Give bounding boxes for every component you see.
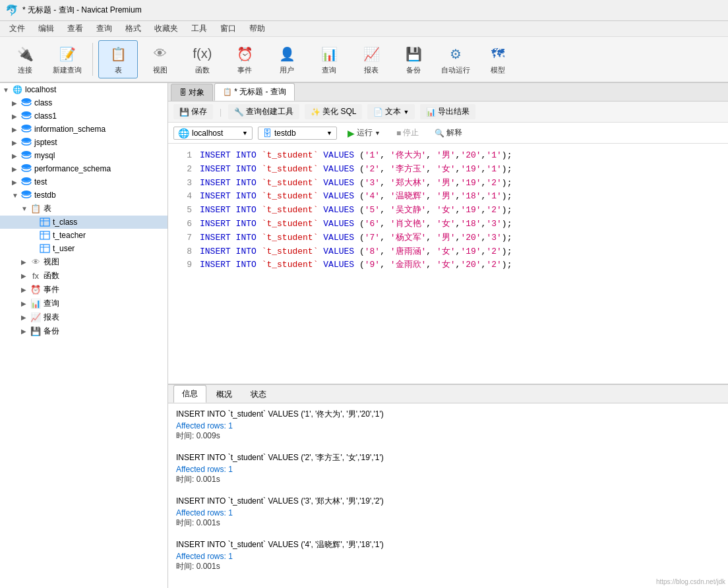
group-icon-queries-group: 📊 — [30, 299, 41, 309]
toolbar-btn-connect[interactable]: 🔌连接 — [5, 40, 45, 78]
bottom-tab-状态[interactable]: 状态 — [242, 386, 275, 403]
sidebar-item-class[interactable]: ▶class — [0, 96, 167, 109]
menu-item-格式[interactable]: 格式 — [119, 22, 148, 36]
sidebar-label-queries-group: 查询 — [44, 298, 59, 309]
host-value: localhost — [192, 129, 223, 138]
line-num-7: 7 — [173, 231, 192, 245]
host-selector[interactable]: 🌐 localhost ▼ — [173, 127, 253, 140]
sql-editor[interactable]: 1INSERT INTO `t_student` VALUES ('1', '佟… — [168, 144, 728, 384]
window-title: * 无标题 - 查询 - Navicat Premium — [22, 5, 142, 16]
toolbar-btn-user[interactable]: 👤用户 — [267, 40, 307, 78]
sidebar-item-test[interactable]: ▶test — [0, 175, 167, 189]
toolbar-btn-model[interactable]: 🗺模型 — [478, 40, 518, 78]
beautify-icon: ✨ — [311, 107, 320, 117]
sidebar-item-testdb[interactable]: ▼testdb — [0, 189, 167, 202]
export-button[interactable]: 📊 导出结果 — [420, 104, 475, 119]
result-sql-0: INSERT INTO `t_student` VALUES ('1', '佟大… — [176, 409, 720, 420]
table-icon-t_user — [40, 243, 50, 254]
group-icon-reports-group: 📈 — [30, 312, 41, 323]
sidebar-label-t_class: t_class — [53, 218, 77, 227]
toolbar-label-query: 查询 — [322, 65, 336, 75]
chevron-testdb: ▼ — [12, 192, 20, 199]
sidebar-label-reports-group: 报表 — [44, 312, 59, 323]
toolbar-btn-backup[interactable]: 💾备份 — [394, 40, 433, 78]
menu-bar: 文件编辑查看查询格式收藏夹工具窗口帮助 — [0, 21, 728, 37]
stop-button[interactable]: ■ 停止 — [391, 126, 424, 140]
sidebar-item-views-group[interactable]: ▶👁视图 — [0, 255, 167, 269]
sidebar-item-class1[interactable]: ▶class1 — [0, 109, 167, 123]
toolbar-btn-table[interactable]: 📋表 — [98, 40, 138, 78]
toolbar-btn-function[interactable]: f(x)函数 — [183, 40, 222, 78]
sidebar-item-information_schema[interactable]: ▶information_schema — [0, 123, 167, 136]
explain-button[interactable]: 🔍 解释 — [429, 126, 468, 140]
menu-item-窗口[interactable]: 窗口 — [214, 22, 243, 36]
chevron-class1: ▶ — [12, 113, 20, 120]
beautify-button[interactable]: ✨ 美化 SQL — [305, 104, 362, 119]
sidebar-label-views-group: 视图 — [44, 256, 59, 268]
tab-object[interactable]: 🗄 对象 — [171, 84, 213, 101]
tab-query[interactable]: 📋 * 无标题 - 查询 — [214, 83, 295, 101]
auto-run-icon: ⚙ — [445, 44, 466, 64]
toolbar-label-event: 事件 — [237, 65, 252, 75]
sidebar-item-reports-group[interactable]: ▶📈报表 — [0, 310, 167, 324]
sidebar-item-mysql[interactable]: ▶mysql — [0, 149, 167, 162]
bottom-tabs: 信息概况状态 — [168, 385, 728, 403]
sidebar-item-t_class[interactable]: t_class — [0, 216, 167, 229]
report-icon: 📈 — [361, 44, 382, 64]
tab-label-object: 对象 — [189, 88, 204, 97]
result-affected-2: Affected rows: 1 — [176, 508, 720, 517]
text-button[interactable]: 📄 文本 ▼ — [367, 104, 415, 119]
bottom-tab-概况[interactable]: 概况 — [208, 386, 241, 403]
db-selector[interactable]: 🗄 testdb ▼ — [258, 127, 337, 140]
sidebar-item-t_teacher[interactable]: t_teacher — [0, 229, 167, 242]
sidebar-item-queries-group[interactable]: ▶📊查询 — [0, 297, 167, 310]
sidebar-item-functions-group[interactable]: ▶fx函数 — [0, 269, 167, 283]
sidebar-label-mysql: mysql — [34, 151, 55, 160]
toolbar-btn-new-query[interactable]: 📝新建查询 — [47, 40, 87, 78]
sql-code-2: INSERT INTO `t_student` VALUES ('2', '李方… — [200, 163, 723, 177]
menu-item-编辑[interactable]: 编辑 — [32, 22, 61, 36]
menu-item-收藏夹[interactable]: 收藏夹 — [148, 22, 185, 36]
host-icon: 🌐 — [178, 128, 189, 138]
svg-rect-11 — [40, 231, 49, 239]
query-builder-button[interactable]: 🔧 查询创建工具 — [228, 104, 299, 119]
svg-point-7 — [22, 191, 31, 194]
action-bar: 💾 保存 | 🔧 查询创建工具 ✨ 美化 SQL 📄 文本 ▼ 📊 导出结果 — [168, 102, 728, 123]
toolbar-btn-query[interactable]: 📊查询 — [309, 40, 349, 78]
db-icon: 🗄 — [262, 128, 272, 138]
explain-icon: 🔍 — [435, 129, 444, 138]
toolbar-btn-report[interactable]: 📈报表 — [351, 40, 391, 78]
db-icon-information_schema — [21, 124, 32, 134]
sidebar-item-events-group[interactable]: ▶⏰事件 — [0, 283, 167, 297]
sql-line-2: 2INSERT INTO `t_student` VALUES ('2', '李… — [173, 163, 723, 177]
sidebar-item-performance_schema[interactable]: ▶performance_schema — [0, 162, 167, 175]
sidebar: ▼🌐localhost▶class▶class1▶information_sch… — [0, 83, 168, 588]
toolbar-label-report: 报表 — [364, 65, 379, 75]
sidebar-item-localhost[interactable]: ▼🌐localhost — [0, 83, 167, 96]
menu-item-帮助[interactable]: 帮助 — [243, 22, 272, 36]
toolbar-btn-view[interactable]: 👁视图 — [140, 40, 180, 78]
menu-item-查询[interactable]: 查询 — [90, 22, 119, 36]
text-icon: 📄 — [373, 107, 383, 117]
sidebar-label-class: class — [34, 98, 52, 107]
menu-item-文件[interactable]: 文件 — [3, 22, 32, 36]
save-button[interactable]: 💾 保存 — [173, 104, 213, 119]
sidebar-item-tables-group[interactable]: ▼📋表 — [0, 202, 167, 216]
sidebar-item-backups-group[interactable]: ▶💾备份 — [0, 324, 167, 338]
menu-item-工具[interactable]: 工具 — [185, 22, 214, 36]
model-icon: 🗺 — [487, 44, 508, 64]
sidebar-item-t_user[interactable]: t_user — [0, 242, 167, 255]
event-icon: ⏰ — [234, 44, 255, 64]
sidebar-label-test: test — [34, 177, 47, 187]
export-icon: 📊 — [426, 107, 436, 117]
sql-line-7: 7INSERT INTO `t_student` VALUES ('7', '杨… — [173, 231, 723, 245]
group-icon-events-group: ⏰ — [30, 285, 41, 295]
bottom-tab-信息[interactable]: 信息 — [173, 385, 206, 403]
user-icon: 👤 — [276, 44, 297, 64]
sidebar-label-functions-group: 函数 — [44, 270, 59, 281]
toolbar-btn-event[interactable]: ⏰事件 — [225, 40, 264, 78]
run-button[interactable]: ▶ 运行 ▼ — [342, 126, 386, 140]
sidebar-item-jsptest[interactable]: ▶jsptest — [0, 136, 167, 149]
menu-item-查看[interactable]: 查看 — [61, 22, 90, 36]
toolbar-btn-auto-run[interactable]: ⚙自动运行 — [436, 40, 475, 78]
